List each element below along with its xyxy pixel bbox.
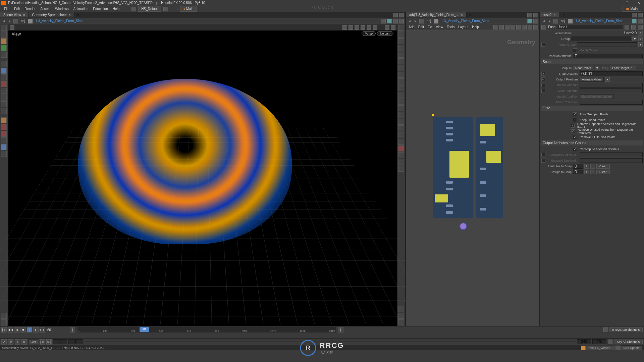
disp-vis-icon[interactable] — [398, 105, 404, 111]
nav-back-icon[interactable]: ◄ — [1, 19, 6, 23]
disp-marker-icon[interactable] — [398, 99, 404, 105]
pane-fullscreen-icon[interactable] — [527, 13, 532, 17]
path-root[interactable]: obj — [559, 19, 567, 23]
path-root[interactable]: obj — [19, 19, 26, 23]
magnet-icon[interactable] — [1, 124, 7, 130]
target-group-check[interactable] — [541, 43, 545, 47]
pane-menu-icon[interactable] — [399, 13, 404, 17]
tab-close-icon[interactable]: × — [23, 13, 25, 17]
auto-update-dropdown[interactable]: Auto Update — [621, 346, 642, 350]
attrs-snap-field[interactable] — [573, 164, 583, 169]
pdg-path[interactable]: /obj/1.5_Vorticle... — [586, 346, 616, 350]
remove-all-check[interactable] — [573, 135, 577, 139]
menu-help[interactable]: Help — [111, 6, 121, 11]
render-icon[interactable] — [1, 137, 7, 143]
lasso-icon[interactable] — [1, 88, 7, 94]
disp-opts-icon[interactable] — [398, 25, 404, 31]
modify-target-check[interactable] — [573, 48, 577, 52]
group-menu-icon[interactable]: ▾ — [632, 37, 637, 41]
plus-button[interactable]: + — [584, 170, 589, 174]
disp-bg-icon[interactable] — [398, 78, 404, 84]
pdg-icon[interactable] — [581, 346, 586, 350]
node[interactable] — [480, 181, 486, 184]
radius-attr-check[interactable] — [541, 83, 545, 87]
pin2-icon[interactable] — [533, 19, 538, 23]
remove-unused-check[interactable] — [571, 129, 575, 133]
wire-icon[interactable] — [348, 25, 353, 30]
disp-record-icon[interactable] — [398, 145, 404, 152]
first-frame-button[interactable]: |◄ — [1, 327, 7, 333]
menu-education[interactable]: Education — [92, 6, 109, 11]
snapshot2-icon[interactable] — [385, 25, 389, 30]
xray-icon[interactable] — [361, 25, 365, 30]
remove-repeated-check[interactable] — [571, 124, 575, 128]
fuse-snapped-check[interactable] — [573, 112, 577, 116]
dropdown-icon[interactable]: ▾ — [595, 66, 599, 70]
net-grid-icon[interactable] — [511, 25, 515, 29]
node[interactable] — [446, 181, 453, 184]
inspect-icon[interactable] — [1, 101, 7, 107]
layout-icon[interactable] — [10, 25, 14, 30]
snap-icon[interactable] — [1, 108, 7, 114]
select-geo-icon[interactable] — [1, 45, 7, 51]
disp-prim-icon[interactable] — [398, 65, 404, 71]
disp-wire2-icon[interactable] — [398, 125, 404, 131]
net-pal-icon[interactable] — [516, 25, 521, 29]
net-info-icon[interactable] — [522, 25, 527, 29]
node[interactable] — [480, 141, 486, 143]
tab-add-button[interactable]: + — [74, 12, 82, 17]
snap-section[interactable]: Snap — [541, 59, 643, 64]
nav-back-icon[interactable]: ◄ — [541, 19, 546, 23]
end-frame-field2[interactable] — [592, 339, 606, 344]
home-icon[interactable] — [13, 19, 18, 23]
node[interactable] — [446, 121, 453, 123]
shelf-next-icon[interactable] — [163, 7, 168, 11]
clear-button[interactable]: Clear — [596, 170, 610, 174]
output-section[interactable]: Output Attributes and Groups — [541, 140, 643, 145]
shading-icon[interactable] — [342, 25, 347, 30]
pin-icon[interactable] — [638, 19, 643, 23]
light-icon[interactable] — [1, 117, 7, 123]
select-icon[interactable] — [1, 32, 7, 38]
groups-snap-field[interactable] — [573, 170, 583, 174]
play-fwd-button[interactable]: ► — [33, 327, 39, 333]
node[interactable] — [446, 139, 453, 141]
desktop-selector[interactable]: Main — [623, 6, 641, 12]
minimize-button[interactable]: — — [611, 1, 620, 5]
tab-scene-view[interactable]: Scene View × — [0, 12, 29, 17]
anim-settings-icon[interactable] — [603, 327, 608, 332]
jump-icon[interactable]: ↗ — [638, 31, 643, 36]
disp-numbers-icon[interactable] — [398, 52, 404, 58]
output-node[interactable] — [460, 223, 467, 230]
tab-add-button[interactable]: + — [559, 12, 567, 17]
pin-icon[interactable] — [381, 19, 386, 23]
hq-icon[interactable] — [367, 25, 371, 30]
home-icon[interactable] — [419, 19, 424, 23]
tab-network[interactable]: /obj/1.3_Velocity_Fields_From_... × — [406, 12, 467, 17]
render-region-icon[interactable] — [1, 144, 7, 150]
play-rev-button[interactable]: ◄ — [14, 327, 19, 333]
move-icon[interactable] — [1, 61, 7, 67]
menu-assets[interactable]: Assets — [39, 6, 52, 11]
next-key-button[interactable]: ►► — [40, 327, 45, 333]
global-icon[interactable]: ⊕ — [21, 339, 27, 345]
recompute-check[interactable] — [573, 147, 577, 151]
viewport-3d[interactable]: View Persp No cam — [8, 24, 397, 326]
audio-icon[interactable]: ♪ — [15, 339, 20, 345]
net-menu-go[interactable]: Go — [426, 24, 433, 29]
anim-mode[interactable]: GPI — [28, 340, 38, 344]
pause-button[interactable]: || — [27, 327, 32, 333]
shelf-set-button[interactable]: HS_Default — [138, 6, 161, 12]
disp-hull-icon[interactable] — [398, 112, 404, 118]
plus-button[interactable]: + — [584, 164, 589, 169]
pane-menu-icon[interactable] — [638, 13, 643, 17]
tab-param[interactable]: fuse2 × — [540, 12, 559, 17]
take-icon[interactable] — [393, 19, 398, 23]
link-icon[interactable] — [527, 19, 532, 23]
snapped-points-check[interactable] — [541, 153, 545, 157]
flipbook-icon[interactable] — [1, 131, 7, 137]
net-perf-icon[interactable] — [528, 25, 532, 29]
network-box-left[interactable] — [433, 117, 473, 218]
node[interactable] — [446, 204, 453, 207]
net-find-icon[interactable] — [493, 25, 498, 29]
